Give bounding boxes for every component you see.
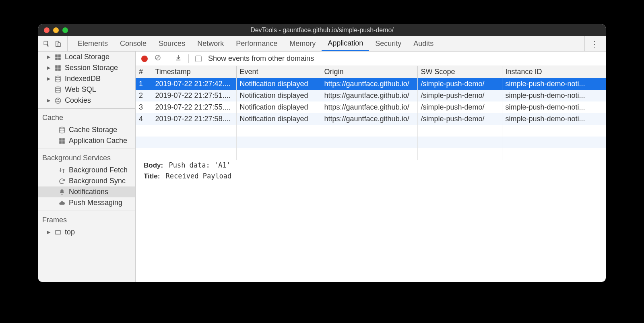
- tab-performance[interactable]: Performance: [230, 36, 283, 51]
- sidebar-item-label: Cache Storage: [69, 126, 117, 134]
- svg-rect-8: [58, 65, 61, 68]
- sidebar-item-label: Local Storage: [65, 53, 109, 61]
- sidebar-item-web-sql[interactable]: Web SQL: [38, 84, 135, 95]
- minimize-icon[interactable]: [53, 27, 59, 33]
- sidebar-item-cookies[interactable]: ▶Cookies: [38, 95, 135, 106]
- table-cell: Notification displayed: [236, 101, 321, 113]
- table-cell: https://gauntface.github.io/: [321, 78, 417, 90]
- column-header[interactable]: Origin: [321, 66, 417, 78]
- sidebar-item-session-storage[interactable]: ▶Session Storage: [38, 62, 135, 73]
- svg-point-14: [57, 99, 58, 100]
- grid-icon: [54, 64, 62, 72]
- devtools-window: DevTools - gauntface.github.io/simple-pu…: [38, 24, 606, 282]
- column-header[interactable]: SW Scope: [417, 66, 502, 78]
- column-header[interactable]: Timestamp: [152, 66, 236, 78]
- sidebar-item-label: Application Cache: [69, 137, 127, 145]
- close-icon[interactable]: [44, 27, 50, 33]
- chevron-right-icon: ▶: [47, 230, 51, 235]
- svg-line-26: [156, 56, 160, 60]
- table-cell: 2019-07-22 21:27:58....: [152, 113, 236, 125]
- sidebar-item-label: Web SQL: [65, 85, 96, 94]
- details-title-label: Title:: [144, 172, 160, 180]
- tab-sources[interactable]: Sources: [153, 36, 191, 51]
- sidebar-item-application-cache[interactable]: Application Cache: [38, 135, 135, 146]
- sidebar-item-push-messaging[interactable]: Push Messaging: [38, 197, 135, 208]
- table-cell: https://gauntface.github.io/: [321, 101, 417, 113]
- tab-application[interactable]: Application: [322, 36, 369, 51]
- tab-console[interactable]: Console: [114, 36, 153, 51]
- table-cell: Notification displayed: [236, 90, 321, 101]
- chevron-right-icon: ▶: [47, 76, 51, 81]
- record-button[interactable]: [141, 56, 148, 62]
- svg-rect-22: [62, 141, 65, 143]
- details-body-value: Push data: 'A1': [169, 161, 231, 169]
- db-icon: [54, 86, 62, 93]
- sidebar-item-cache-storage[interactable]: Cache Storage: [38, 124, 135, 135]
- db-icon: [54, 75, 62, 83]
- bell-icon: [58, 188, 66, 196]
- maximize-icon[interactable]: [62, 27, 68, 33]
- cloud-icon: [58, 199, 66, 207]
- table-row[interactable]: 32019-07-22 21:27:55....Notification dis…: [136, 101, 606, 113]
- tab-memory[interactable]: Memory: [283, 36, 322, 51]
- svg-rect-4: [58, 54, 61, 57]
- table-cell: simple-push-demo-noti...: [502, 101, 606, 113]
- details-title-value: Received Payload: [166, 172, 232, 180]
- table-cell: /simple-push-demo/: [417, 113, 502, 125]
- table-cell: /simple-push-demo/: [417, 90, 502, 101]
- sidebar-item-label: Notifications: [69, 188, 108, 196]
- tab-network[interactable]: Network: [191, 36, 230, 51]
- show-other-domains-checkbox[interactable]: [195, 56, 202, 62]
- table-cell: 3: [136, 101, 152, 113]
- table-row[interactable]: 42019-07-22 21:27:58....Notification dis…: [136, 113, 606, 125]
- column-header[interactable]: Event: [236, 66, 321, 78]
- rect-icon: [54, 229, 62, 236]
- show-other-domains-label: Show events from other domains: [208, 54, 314, 63]
- sidebar-item-label: Background Sync: [69, 177, 126, 185]
- tab-security[interactable]: Security: [369, 36, 407, 51]
- more-icon[interactable]: ⋮: [584, 36, 601, 51]
- table-row[interactable]: 22019-07-22 21:27:51....Notification dis…: [136, 90, 606, 101]
- table-row[interactable]: 12019-07-22 21:27:42....Notification dis…: [136, 78, 606, 90]
- sidebar-item-local-storage[interactable]: ▶Local Storage: [38, 52, 135, 62]
- sidebar-item-label: IndexedDB: [65, 75, 101, 83]
- column-header[interactable]: Instance ID: [502, 66, 606, 78]
- sidebar-item-label: Background Fetch: [69, 166, 128, 174]
- chevron-right-icon: ▶: [47, 54, 51, 60]
- svg-point-11: [56, 76, 60, 78]
- sidebar-item-notifications[interactable]: Notifications: [38, 186, 135, 197]
- svg-point-17: [57, 101, 58, 102]
- cache-group-title: Cache: [38, 110, 135, 124]
- toolbar-separator: [188, 54, 189, 63]
- tab-audits[interactable]: Audits: [407, 36, 440, 51]
- table-row: [136, 125, 606, 137]
- sidebar-item-background-fetch[interactable]: Background Fetch: [38, 165, 135, 176]
- svg-point-18: [60, 127, 64, 129]
- events-toolbar: Show events from other domains: [136, 52, 606, 66]
- sidebar-item-indexeddb[interactable]: ▶IndexedDB: [38, 73, 135, 84]
- table-cell: Notification displayed: [236, 78, 321, 90]
- event-details: Body: Push data: 'A1' Title: Received Pa…: [136, 156, 606, 188]
- sidebar-item-background-sync[interactable]: Background Sync: [38, 176, 135, 186]
- sidebar-item-top[interactable]: ▶top: [38, 227, 135, 238]
- download-icon[interactable]: [175, 54, 182, 63]
- sidebar: ▶Local Storage▶Session Storage▶IndexedDB…: [38, 52, 136, 282]
- sync-icon: [58, 178, 66, 185]
- device-toggle-icon[interactable]: [54, 40, 62, 48]
- table-cell: /simple-push-demo/: [417, 78, 502, 90]
- svg-point-13: [55, 98, 61, 104]
- clear-icon[interactable]: [154, 54, 161, 63]
- frames-group-title: Frames: [38, 213, 135, 227]
- svg-rect-23: [62, 194, 63, 195]
- table-cell: simple-push-demo-noti...: [502, 113, 606, 125]
- table-row: [136, 137, 606, 148]
- main-panel: Show events from other domains #Timestam…: [136, 52, 606, 282]
- svg-rect-2: [58, 43, 60, 47]
- svg-rect-3: [55, 54, 58, 57]
- cookie-icon: [54, 97, 62, 104]
- inspect-icon[interactable]: [43, 40, 50, 48]
- svg-point-15: [58, 99, 59, 100]
- column-header[interactable]: #: [136, 66, 152, 78]
- svg-rect-6: [58, 57, 61, 60]
- tab-elements[interactable]: Elements: [72, 36, 114, 51]
